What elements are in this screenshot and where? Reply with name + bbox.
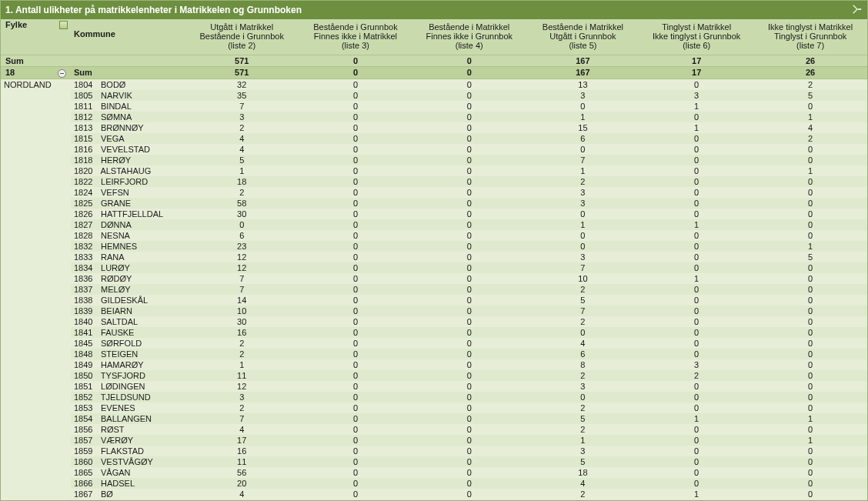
kommune-cell: 1856 RØST bbox=[71, 424, 185, 435]
cell-value: 0 bbox=[299, 187, 412, 198]
table-row[interactable]: 1818 HERØY500700 bbox=[1, 155, 867, 165]
cell-value: 1 bbox=[526, 165, 639, 176]
table-row[interactable]: 1841 FAUSKE1600000 bbox=[1, 327, 867, 338]
table-row[interactable]: 1805 NARVIK3500335 bbox=[1, 90, 867, 101]
cell-value: 30 bbox=[185, 316, 299, 327]
options-icon[interactable] bbox=[852, 4, 863, 17]
table-row[interactable]: 1853 EVENES200200 bbox=[1, 402, 867, 413]
table-row[interactable]: 1859 FLAKSTAD1600300 bbox=[1, 446, 867, 456]
cell-value: 4 bbox=[185, 424, 299, 435]
table-row[interactable]: 1865 VÅGAN56001800 bbox=[1, 467, 867, 478]
cell-value: 16 bbox=[185, 446, 299, 456]
cell-value: 3 bbox=[526, 90, 639, 101]
table-row[interactable]: 1811 BINDAL700010 bbox=[1, 101, 867, 112]
col-kommune[interactable]: Kommune bbox=[71, 19, 185, 55]
cell-value: 4 bbox=[526, 338, 639, 349]
table-row[interactable]: 1850 TYSFJORD1100220 bbox=[1, 370, 867, 381]
col-liste2[interactable]: Utgått i MatrikkelBestående i Grunnbok(l… bbox=[185, 19, 299, 55]
col-indicator[interactable] bbox=[55, 19, 71, 55]
cell-value: 0 bbox=[753, 155, 867, 165]
cube-icon[interactable] bbox=[59, 21, 68, 29]
cell-value: 0 bbox=[639, 284, 753, 295]
table-row[interactable]: 1820 ALSTAHAUG100101 bbox=[1, 165, 867, 176]
cell-value: 0 bbox=[299, 349, 412, 359]
kommune-cell: 1851 LØDINGEN bbox=[71, 381, 185, 392]
cell-value: 0 bbox=[299, 198, 412, 209]
table-row[interactable]: 1860 VESTVÅGØY1100500 bbox=[1, 456, 867, 467]
kommune-cell: 1836 RØDØY bbox=[71, 273, 185, 284]
cell-value: 0 bbox=[753, 327, 867, 338]
table-row[interactable]: 1828 NESNA600000 bbox=[1, 230, 867, 241]
cell-value: 2 bbox=[753, 78, 867, 90]
cell-value: 571 bbox=[185, 67, 299, 79]
col-liste7[interactable]: Ikke tinglyst i MatrikkelTinglyst i Grun… bbox=[753, 19, 867, 55]
cell-value: 56 bbox=[185, 467, 299, 478]
cell-value: 0 bbox=[639, 327, 753, 338]
cell-value: 0 bbox=[412, 284, 526, 295]
cell-value: 0 bbox=[412, 446, 526, 456]
table-row[interactable]: 1867 BØ400210 bbox=[1, 489, 867, 499]
cell-value: 0 bbox=[299, 284, 412, 295]
cell-value: 0 bbox=[412, 122, 526, 133]
cell-value: 0 bbox=[412, 252, 526, 262]
table-row[interactable]: 1833 RANA1200305 bbox=[1, 252, 867, 262]
table-row[interactable]: 1845 SØRFOLD200400 bbox=[1, 338, 867, 349]
cell-value: 0 bbox=[412, 424, 526, 435]
table-row[interactable]: 1816 VEVELSTAD400000 bbox=[1, 144, 867, 155]
table-row[interactable]: 1824 VEFSN200300 bbox=[1, 187, 867, 198]
table-row[interactable]: 1856 RØST400200 bbox=[1, 424, 867, 435]
cell-value: 0 bbox=[299, 230, 412, 241]
table-row[interactable]: 1825 GRANE5800300 bbox=[1, 198, 867, 209]
table-row[interactable]: 1849 HAMARØY100830 bbox=[1, 359, 867, 370]
kommune-cell: 1827 DØNNA bbox=[71, 219, 185, 230]
cell-value: 0 bbox=[299, 219, 412, 230]
table-row[interactable]: 1866 HADSEL2000400 bbox=[1, 478, 867, 489]
cell-value: 4 bbox=[185, 133, 299, 144]
cell-value: 0 bbox=[299, 327, 412, 338]
cell-value: 0 bbox=[299, 67, 412, 79]
table-row[interactable]: 1837 MELØY700200 bbox=[1, 284, 867, 295]
col-liste6[interactable]: Tinglyst i MatrikkelIkke tinglyst i Grun… bbox=[639, 19, 753, 55]
table-row[interactable]: 1827 DØNNA000110 bbox=[1, 219, 867, 230]
cell-value: 0 bbox=[753, 101, 867, 112]
table-row[interactable]: 1822 LEIRFJORD1800200 bbox=[1, 176, 867, 187]
cell-value: 0 bbox=[412, 165, 526, 176]
cell-value: 0 bbox=[299, 165, 412, 176]
table-row[interactable]: 1854 BALLANGEN700511 bbox=[1, 413, 867, 424]
collapse-icon[interactable] bbox=[58, 69, 66, 78]
cell-value: 0 bbox=[412, 413, 526, 424]
table-row[interactable]: 1813 BRØNNØY2001514 bbox=[1, 122, 867, 133]
table-row[interactable]: 1815 VEGA400602 bbox=[1, 133, 867, 144]
cell-value: 1 bbox=[753, 165, 867, 176]
table-row[interactable]: 1852 TJELDSUND300000 bbox=[1, 392, 867, 402]
cell-value: 0 bbox=[753, 359, 867, 370]
table-row[interactable]: 1812 SØMNA300101 bbox=[1, 112, 867, 122]
table-row[interactable]: 1857 VÆRØY1700101 bbox=[1, 435, 867, 446]
table-row[interactable]: 1832 HEMNES2300001 bbox=[1, 241, 867, 252]
cell-value: 0 bbox=[753, 467, 867, 478]
cell-value: 571 bbox=[185, 55, 299, 67]
table-row[interactable]: 1851 LØDINGEN1200300 bbox=[1, 381, 867, 392]
col-fylke[interactable]: Fylke bbox=[1, 19, 55, 55]
cell-value: 0 bbox=[299, 413, 412, 424]
table-row[interactable]: 1840 SALTDAL3000200 bbox=[1, 316, 867, 327]
col-liste4[interactable]: Bestående i MatrikkelFinnes ikke i Grunn… bbox=[412, 19, 526, 55]
table-row[interactable]: 1838 GILDESKÅL1400500 bbox=[1, 295, 867, 306]
col-liste5[interactable]: Bestående i MatrikkelUtgått i Grunnbok(l… bbox=[526, 19, 639, 55]
cell-value: 0 bbox=[526, 230, 639, 241]
cell-value: 4 bbox=[526, 478, 639, 489]
table-row[interactable]: 1836 RØDØY7001010 bbox=[1, 273, 867, 284]
cell-value: 3 bbox=[639, 359, 753, 370]
cell-value: 0 bbox=[299, 381, 412, 392]
kommune-cell: 1818 HERØY bbox=[71, 155, 185, 165]
col-liste3[interactable]: Bestående i GrunnbokFinnes ikke i Matrik… bbox=[299, 19, 412, 55]
cell-value: 0 bbox=[639, 295, 753, 306]
table-row[interactable]: 1834 LURØY1200700 bbox=[1, 262, 867, 273]
grand-total-row: Sum 571 0 0 167 17 26 bbox=[1, 55, 867, 67]
table-row[interactable]: NORDLAND1804 BODØ32001302 bbox=[1, 78, 867, 90]
spacer bbox=[55, 78, 71, 501]
cell-value: 2 bbox=[526, 402, 639, 413]
table-row[interactable]: 1839 BEIARN1000700 bbox=[1, 306, 867, 316]
table-row[interactable]: 1848 STEIGEN200600 bbox=[1, 349, 867, 359]
table-row[interactable]: 1826 HATTFJELLDAL3000000 bbox=[1, 209, 867, 219]
